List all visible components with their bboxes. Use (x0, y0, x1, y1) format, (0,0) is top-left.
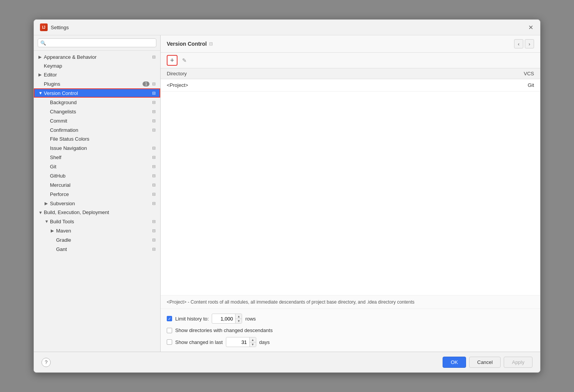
sidebar-item-label: Shelf (50, 154, 150, 160)
cell-vcs: Git (494, 79, 540, 91)
sidebar-item-mercurial[interactable]: Mercurial ⊟ (34, 180, 160, 189)
expand-arrow: ▶ (38, 72, 44, 77)
sidebar-item-label: Maven (56, 228, 150, 234)
title-bar-left: IJ Settings (40, 23, 69, 31)
sidebar-item-version-control[interactable]: ▼ Version Control ⊟ (34, 88, 160, 98)
show-changed-input[interactable] (226, 339, 249, 346)
settings-icon: ⊟ (150, 163, 157, 169)
settings-icon: ⊟ (150, 218, 157, 224)
sidebar-item-label: Changelists (50, 109, 150, 115)
sidebar-item-commit[interactable]: Commit ⊟ (34, 116, 160, 125)
sidebar-item-maven[interactable]: ▶ Maven ⊟ (34, 226, 160, 235)
main-title: Version Control ⊟ (167, 41, 213, 47)
dialog-title: Settings (51, 25, 69, 30)
sidebar-item-file-status-colors[interactable]: File Status Colors (34, 135, 160, 143)
col-vcs: VCS (494, 68, 540, 79)
sidebar-item-label: Git (50, 164, 150, 169)
spin-up[interactable]: ▲ (250, 337, 256, 342)
settings-icon: ⊟ (150, 118, 157, 124)
nav-forward-button[interactable]: › (525, 39, 534, 48)
show-changed-spinners: ▲ ▼ (249, 337, 256, 347)
sidebar-item-subversion[interactable]: ▶ Subversion ⊟ (34, 199, 160, 208)
title-bar: IJ Settings ✕ (34, 20, 540, 35)
sidebar-item-git[interactable]: Git ⊟ (34, 162, 160, 171)
limit-history-suffix: rows (245, 316, 255, 322)
sidebar-item-issue-navigation[interactable]: Issue Navigation ⊟ (34, 143, 160, 153)
sidebar: 🔍 ▶ Appearance & Behavior ⊟ Keymap (34, 35, 161, 352)
settings-icon: ⊟ (150, 237, 157, 243)
main-nav: ‹ › (514, 39, 534, 48)
limit-history-input-wrap: ▲ ▼ (212, 314, 242, 324)
sidebar-item-shelf[interactable]: Shelf ⊟ (34, 153, 160, 162)
plugins-badge: 1 (143, 81, 149, 86)
sidebar-item-label: Gradle (56, 237, 150, 243)
action-bar: ? OK Cancel Apply (34, 352, 540, 372)
sidebar-item-keymap[interactable]: Keymap (34, 61, 160, 70)
nav-back-button[interactable]: ‹ (514, 39, 523, 48)
cell-directory: <Project> (161, 79, 494, 91)
sidebar-item-build-execution[interactable]: ▼ Build, Execution, Deployment (34, 208, 160, 217)
add-button[interactable]: + (167, 55, 178, 66)
options-area: ✓ Limit history to: ▲ ▼ rows Show direct… (161, 309, 540, 352)
help-button[interactable]: ? (41, 358, 51, 367)
expand-arrow: ▶ (51, 228, 56, 233)
option-show-changed: Show changed in last ▲ ▼ days (167, 337, 534, 347)
sidebar-item-github[interactable]: GitHub ⊟ (34, 171, 160, 180)
settings-icon: ⊟ (150, 200, 157, 206)
table-row[interactable]: <Project> Git (161, 79, 540, 91)
sidebar-item-changelists[interactable]: Changelists ⊟ (34, 107, 160, 116)
limit-history-label: Limit history to: (175, 316, 209, 322)
main-title-icon: ⊟ (209, 41, 213, 47)
main-header: Version Control ⊟ ‹ › (161, 35, 540, 53)
sidebar-item-appearance[interactable]: ▶ Appearance & Behavior ⊟ (34, 52, 160, 61)
show-changed-suffix: days (259, 339, 270, 345)
app-icon: IJ (40, 23, 48, 31)
expand-arrow: ▼ (45, 219, 50, 224)
sidebar-item-label: Build Tools (50, 219, 150, 224)
settings-icon: ⊟ (150, 182, 157, 188)
cancel-button[interactable]: Cancel (469, 357, 501, 368)
settings-icon: ⊟ (150, 145, 157, 151)
sidebar-item-label: Mercurial (50, 182, 150, 188)
show-changed-checkbox[interactable] (167, 339, 172, 345)
sidebar-item-label: File Status Colors (50, 136, 157, 142)
close-button[interactable]: ✕ (527, 24, 534, 31)
sidebar-item-gant[interactable]: Gant ⊟ (34, 244, 160, 254)
option-show-directories: Show directories with changed descendant… (167, 327, 534, 333)
search-box: 🔍 (34, 35, 160, 51)
search-input[interactable] (48, 40, 154, 46)
settings-icon: ⊟ (150, 246, 157, 252)
sidebar-item-background[interactable]: Background ⊟ (34, 98, 160, 107)
action-buttons: OK Cancel Apply (443, 357, 533, 368)
sidebar-item-editor[interactable]: ▶ Editor (34, 70, 160, 79)
show-changed-input-wrap: ▲ ▼ (226, 337, 256, 347)
main-title-text: Version Control (167, 41, 207, 47)
sidebar-item-label: Editor (44, 72, 157, 78)
settings-icon: ⊟ (150, 191, 157, 197)
settings-icon: ⊟ (150, 108, 157, 115)
sidebar-item-label: Appearance & Behavior (44, 54, 150, 60)
edit-button[interactable]: ✎ (179, 55, 190, 66)
spin-down[interactable]: ▼ (236, 319, 242, 323)
settings-icon: ⊟ (150, 81, 157, 87)
expand-arrow: ▼ (38, 91, 44, 95)
search-wrap: 🔍 (38, 38, 156, 47)
limit-history-input[interactable] (212, 315, 235, 322)
spin-down[interactable]: ▼ (250, 342, 256, 347)
settings-icon: ⊟ (150, 54, 157, 60)
spin-up[interactable]: ▲ (236, 314, 242, 319)
vcs-table: Directory VCS <Project> Git (161, 68, 540, 91)
limit-history-checkbox[interactable]: ✓ (167, 316, 172, 321)
sidebar-item-confirmation[interactable]: Confirmation ⊟ (34, 125, 160, 135)
sidebar-item-plugins[interactable]: Plugins 1 ⊟ (34, 79, 160, 88)
sidebar-item-perforce[interactable]: Perforce ⊟ (34, 189, 160, 199)
sidebar-item-label: Background (50, 100, 150, 105)
expand-arrow: ▶ (38, 55, 44, 60)
ok-button[interactable]: OK (443, 357, 466, 368)
apply-button[interactable]: Apply (504, 357, 533, 368)
sidebar-item-build-tools[interactable]: ▼ Build Tools ⊟ (34, 217, 160, 226)
sidebar-item-label: GitHub (50, 173, 150, 179)
show-directories-checkbox[interactable] (167, 328, 172, 333)
toolbar: + ✎ (161, 53, 540, 68)
sidebar-item-gradle[interactable]: Gradle ⊟ (34, 235, 160, 244)
